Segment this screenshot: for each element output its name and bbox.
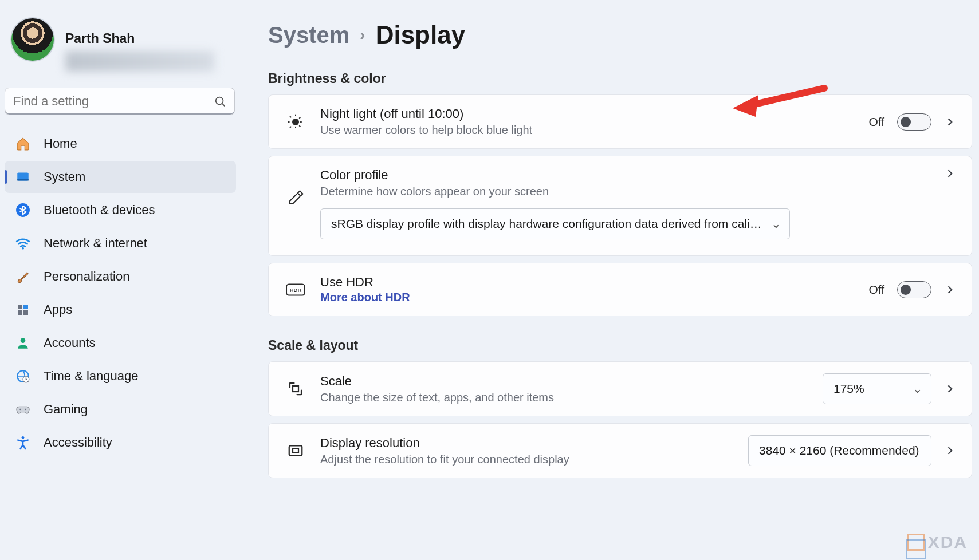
- sidebar: Parth Shah Home System Bluetooth & devic…: [0, 0, 241, 560]
- nav-system[interactable]: System: [5, 161, 236, 193]
- nav-time[interactable]: Time & language: [5, 360, 236, 392]
- system-icon: [15, 169, 31, 185]
- chevron-right-icon[interactable]: [944, 445, 956, 456]
- brightness-icon: [286, 112, 305, 132]
- apps-icon: [15, 302, 31, 318]
- svg-rect-7: [23, 305, 28, 309]
- color-profile-title: Color profile: [320, 168, 929, 183]
- svg-rect-3: [17, 179, 29, 180]
- svg-rect-20: [289, 445, 302, 456]
- svg-point-14: [25, 409, 26, 410]
- night-light-card[interactable]: Night light (off until 10:00) Use warmer…: [268, 94, 972, 149]
- svg-rect-21: [293, 448, 298, 453]
- section-scale-title: Scale & layout: [268, 338, 979, 353]
- nav-bluetooth[interactable]: Bluetooth & devices: [5, 194, 236, 226]
- chevron-right-icon[interactable]: [944, 116, 956, 128]
- resolution-subtitle: Adjust the resolution to fit your connec…: [320, 453, 733, 466]
- nav-label: Bluetooth & devices: [44, 203, 155, 218]
- nav-label: Home: [44, 136, 77, 151]
- scale-title: Scale: [320, 374, 808, 389]
- hdr-learn-more-link[interactable]: More about HDR: [320, 291, 854, 304]
- watermark: XDA: [907, 533, 968, 552]
- nav-home[interactable]: Home: [5, 128, 236, 160]
- night-light-title: Night light (off until 10:00): [320, 107, 854, 121]
- nav-label: Accessibility: [44, 435, 112, 450]
- search-icon: [214, 95, 226, 108]
- night-light-state: Off: [868, 115, 884, 129]
- nav-label: Network & internet: [44, 236, 147, 251]
- chevron-down-icon: ⌄: [913, 382, 923, 396]
- chevron-right-icon[interactable]: [944, 168, 956, 179]
- nav-gaming[interactable]: Gaming: [5, 393, 236, 425]
- color-profile-card[interactable]: Color profile Determine how colors appea…: [268, 156, 972, 256]
- scale-dropdown[interactable]: 175% ⌄: [823, 373, 931, 404]
- nav-label: System: [44, 169, 85, 184]
- scale-subtitle: Change the size of text, apps, and other…: [320, 391, 808, 404]
- nav-list: Home System Bluetooth & devices Network …: [5, 128, 241, 459]
- night-light-toggle[interactable]: [897, 113, 931, 131]
- svg-rect-8: [18, 310, 22, 315]
- scale-value: 175%: [833, 382, 864, 395]
- svg-point-15: [22, 436, 25, 439]
- profile-email-redacted: [65, 51, 214, 72]
- person-icon: [15, 335, 31, 351]
- color-profile-subtitle: Determine how colors appear on your scre…: [320, 185, 929, 198]
- wifi-icon: [15, 235, 31, 251]
- eyedropper-icon: [286, 188, 305, 208]
- svg-point-13: [19, 409, 21, 410]
- chevron-right-icon[interactable]: [944, 284, 956, 295]
- profile-block[interactable]: Parth Shah: [5, 14, 241, 88]
- color-profile-dropdown[interactable]: sRGB display profile with display hardwa…: [320, 208, 790, 239]
- scale-icon: [286, 379, 305, 399]
- accessibility-icon: [15, 435, 31, 451]
- brush-icon: [15, 269, 31, 285]
- nav-personalization[interactable]: Personalization: [5, 261, 236, 293]
- nav-label: Time & language: [44, 369, 139, 384]
- nav-label: Apps: [44, 302, 72, 317]
- bluetooth-icon: [15, 202, 31, 218]
- gamepad-icon: [15, 401, 31, 417]
- search-box[interactable]: [5, 88, 235, 115]
- hdr-state: Off: [868, 283, 884, 297]
- night-light-subtitle: Use warmer colors to help block blue lig…: [320, 124, 854, 137]
- chevron-down-icon: ⌄: [771, 217, 781, 231]
- svg-rect-9: [23, 310, 28, 315]
- nav-accessibility[interactable]: Accessibility: [5, 427, 236, 459]
- nav-apps[interactable]: Apps: [5, 294, 236, 326]
- scale-card[interactable]: Scale Change the size of text, apps, and…: [268, 361, 972, 416]
- svg-rect-6: [18, 305, 22, 309]
- nav-accounts[interactable]: Accounts: [5, 327, 236, 359]
- breadcrumb-parent[interactable]: System: [268, 22, 349, 48]
- svg-line-1: [222, 104, 225, 106]
- hdr-card[interactable]: HDR Use HDR More about HDR Off: [268, 263, 972, 316]
- resolution-card[interactable]: Display resolution Adjust the resolution…: [268, 423, 972, 478]
- chevron-right-icon[interactable]: [944, 383, 956, 395]
- resolution-title: Display resolution: [320, 436, 733, 451]
- section-brightness-title: Brightness & color: [268, 71, 979, 86]
- svg-point-10: [21, 338, 26, 343]
- main-content: System › Display Brightness & color Nigh…: [241, 0, 979, 560]
- resolution-dropdown[interactable]: 3840 × 2160 (Recommended): [748, 435, 931, 466]
- breadcrumb: System › Display: [268, 21, 979, 49]
- hdr-title: Use HDR: [320, 275, 854, 290]
- nav-label: Accounts: [44, 336, 96, 350]
- svg-point-16: [293, 119, 298, 125]
- watermark-icon: [907, 534, 925, 551]
- resolution-icon: [286, 441, 305, 460]
- watermark-text: XDA: [928, 533, 968, 552]
- home-icon: [15, 136, 31, 152]
- profile-name: Parth Shah: [65, 31, 214, 46]
- hdr-icon: HDR: [286, 280, 305, 299]
- svg-point-0: [216, 97, 223, 105]
- breadcrumb-current: Display: [376, 21, 466, 49]
- globe-clock-icon: [15, 368, 31, 384]
- color-profile-value: sRGB display profile with display hardwa…: [331, 217, 773, 230]
- avatar: [10, 17, 55, 62]
- hdr-toggle[interactable]: [897, 281, 931, 298]
- nav-label: Gaming: [44, 402, 88, 417]
- svg-text:HDR: HDR: [290, 287, 302, 293]
- nav-network[interactable]: Network & internet: [5, 227, 236, 259]
- chevron-right-icon: ›: [360, 26, 365, 44]
- search-input[interactable]: [13, 94, 214, 109]
- svg-point-5: [22, 247, 24, 250]
